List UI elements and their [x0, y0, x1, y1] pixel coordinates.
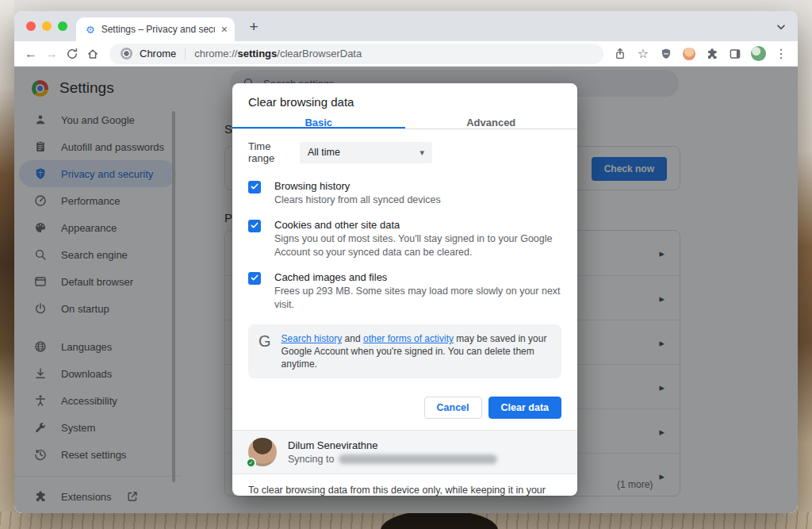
checkbox-row-cookies: Cookies and other site data Signs you ou…	[248, 218, 561, 259]
extension-shield-icon[interactable]	[656, 44, 676, 64]
reload-button[interactable]	[62, 44, 82, 64]
active-tab[interactable]: ⚙ Settings – Privacy and security ×	[76, 17, 235, 41]
cancel-button[interactable]: Cancel	[424, 397, 482, 419]
bookmark-star-icon[interactable]: ☆	[633, 44, 653, 64]
user-avatar: ✓	[248, 438, 277, 466]
desktop: ⚙ Settings – Privacy and security × + ← …	[0, 0, 812, 529]
redacted-email	[339, 454, 497, 464]
sync-badge-icon: ✓	[246, 458, 256, 468]
time-range-row: Time range All time ▾	[248, 140, 561, 164]
sync-label: Syncing to	[288, 454, 334, 465]
google-account-notice: G Search history and other forms of acti…	[248, 324, 561, 378]
time-range-value: All time	[308, 147, 340, 158]
back-button[interactable]: ←	[21, 44, 41, 64]
dialog-actions: Cancel Clear data	[248, 397, 561, 419]
address-bar[interactable]: Chrome chrome://settings/clearBrowserDat…	[109, 44, 603, 64]
home-button[interactable]	[82, 44, 103, 64]
sync-profile-section: ✓ Dilum Senevirathne Syncing to	[232, 430, 577, 473]
time-range-label: Time range	[248, 140, 300, 164]
search-history-link[interactable]: Search history	[282, 333, 343, 344]
wallpaper-left-edge	[0, 0, 14, 529]
clear-data-button[interactable]: Clear data	[488, 397, 561, 419]
tab-strip: ⚙ Settings – Privacy and security × +	[14, 11, 798, 41]
other-activity-link[interactable]: other forms of activity	[363, 333, 454, 344]
close-window-button[interactable]	[26, 21, 36, 31]
new-tab-button[interactable]: +	[245, 18, 262, 36]
forward-button[interactable]: →	[41, 44, 62, 64]
url-divider	[185, 48, 186, 60]
tab-advanced[interactable]: Advanced	[405, 117, 578, 128]
side-panel-icon[interactable]	[725, 44, 745, 64]
checkbox-description: Frees up 293 MB. Some sites may load mor…	[274, 285, 561, 312]
url-path: /clearBrowserData	[277, 48, 362, 59]
chrome-page-icon	[121, 48, 132, 59]
url-site-name: Chrome	[140, 48, 176, 59]
minimize-window-button[interactable]	[42, 21, 52, 31]
url-host: settings	[237, 48, 277, 59]
url-scheme: chrome://	[194, 48, 237, 59]
tab-search-chevron-icon[interactable]	[775, 21, 786, 32]
dialog-title: Clear browsing data	[232, 83, 577, 117]
macos-traffic-lights	[26, 21, 67, 31]
page-content: Settings You and Google Autofill and pas…	[14, 67, 798, 513]
settings-gear-favicon: ⚙	[86, 25, 95, 35]
checkbox-row-cached-images: Cached images and files Frees up 293 MB.…	[248, 270, 561, 312]
cached-images-checkbox[interactable]	[248, 272, 261, 285]
extensions-puzzle-icon[interactable]	[702, 44, 722, 64]
clear-browsing-data-dialog: Clear browsing data Basic Advanced Time …	[232, 83, 577, 496]
checkbox-label: Cookies and other site data	[274, 218, 561, 232]
extension-avatar-icon[interactable]	[679, 44, 699, 64]
checkbox-label: Browsing history	[274, 179, 441, 193]
dialog-footer-note: To clear browsing data from this device …	[232, 473, 577, 496]
checkbox-description: Clears history from all synced devices	[274, 194, 441, 207]
checkbox-label: Cached images and files	[274, 270, 561, 284]
cookies-checkbox[interactable]	[248, 220, 261, 232]
tab-title: Settings – Privacy and security	[102, 24, 215, 35]
browsing-history-checkbox[interactable]	[248, 181, 261, 194]
share-icon[interactable]	[610, 44, 630, 64]
tab-basic[interactable]: Basic	[232, 117, 405, 128]
user-name: Dilum Senevirathne	[288, 439, 497, 451]
profile-avatar[interactable]	[748, 44, 768, 64]
toolbar-actions: ☆ ⋮	[610, 44, 791, 64]
tab-close-icon[interactable]: ×	[221, 24, 228, 35]
checkbox-description: Signs you out of most sites. You'll stay…	[274, 232, 561, 259]
caret-down-icon: ▾	[419, 148, 424, 158]
zoom-window-button[interactable]	[58, 21, 67, 31]
google-g-icon: G	[259, 332, 271, 350]
overflow-menu-icon[interactable]: ⋮	[771, 44, 791, 64]
dialog-body: Time range All time ▾ Browsing history C…	[232, 129, 577, 419]
dialog-tabs: Basic Advanced	[232, 117, 577, 129]
wallpaper-right-edge	[798, 0, 812, 529]
browser-window: ⚙ Settings – Privacy and security × + ← …	[14, 11, 798, 513]
checkbox-row-browsing-history: Browsing history Clears history from all…	[248, 179, 561, 207]
notice-text: Search history and other forms of activi…	[282, 332, 551, 370]
toolbar: ← → Chrome chrome://settings/clearBrowse…	[14, 41, 798, 67]
time-range-select[interactable]: All time ▾	[300, 142, 432, 163]
